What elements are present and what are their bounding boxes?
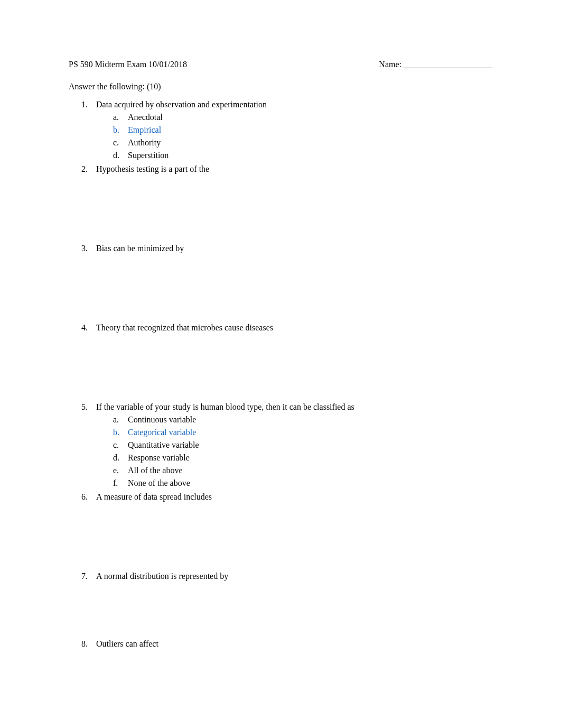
question-number: 5. xyxy=(81,401,88,413)
question-number: 7. xyxy=(81,570,88,583)
question-6: 6. A measure of data spread includes xyxy=(96,491,492,503)
option-label: f. xyxy=(113,477,118,490)
option-label: b. xyxy=(113,124,119,136)
option-label: e. xyxy=(113,464,119,477)
question-text: Data acquired by observation and experim… xyxy=(96,100,267,109)
option-text: All of the above xyxy=(128,466,183,475)
option-c: c. Quantitative variable xyxy=(128,439,492,451)
question-2: 2. Hypothesis testing is a part of the xyxy=(96,163,492,176)
question-number: 3. xyxy=(81,242,88,255)
question-3: 3. Bias can be minimized by xyxy=(96,242,492,255)
option-b: b. Categorical variable xyxy=(128,426,492,439)
question-4: 4. Theory that recognized that microbes … xyxy=(96,321,492,334)
question-number: 6. xyxy=(81,491,88,503)
option-label: a. xyxy=(113,413,119,426)
option-b: b. Empirical xyxy=(128,124,492,136)
question-text: A normal distribution is represented by xyxy=(96,572,228,580)
question-text: A measure of data spread includes xyxy=(96,492,212,501)
option-a: a. Continuous variable xyxy=(128,413,492,426)
question-text: Bias can be minimized by xyxy=(96,244,184,253)
question-number: 1. xyxy=(81,98,88,111)
option-f: f. None of the above xyxy=(128,477,492,490)
option-text: Response variable xyxy=(128,453,190,462)
name-field-label: Name: _____________________ xyxy=(379,58,492,71)
exam-title-date: PS 590 Midterm Exam 10/01/2018 xyxy=(69,58,187,71)
option-text: Categorical variable xyxy=(128,428,196,437)
question-number: 4. xyxy=(81,321,88,334)
option-text: None of the above xyxy=(128,478,190,487)
option-label: c. xyxy=(113,439,119,451)
options-list: a. Anecdotal b. Empirical c. Authority d… xyxy=(96,111,492,162)
question-1: 1. Data acquired by observation and expe… xyxy=(96,98,492,162)
question-list: 1. Data acquired by observation and expe… xyxy=(69,98,492,650)
options-list: a. Continuous variable b. Categorical va… xyxy=(96,413,492,490)
option-text: Continuous variable xyxy=(128,415,196,424)
option-label: b. xyxy=(113,426,119,439)
question-5: 5. If the variable of your study is huma… xyxy=(96,401,492,490)
option-c: c. Authority xyxy=(128,136,492,149)
option-text: Empirical xyxy=(128,125,161,134)
option-a: a. Anecdotal xyxy=(128,111,492,124)
option-d: d. Superstition xyxy=(128,149,492,162)
option-label: a. xyxy=(113,111,119,124)
option-text: Quantitative variable xyxy=(128,440,199,449)
option-label: c. xyxy=(113,136,119,149)
question-text: If the variable of your study is human b… xyxy=(96,402,354,411)
option-text: Superstition xyxy=(128,151,169,160)
question-7: 7. A normal distribution is represented … xyxy=(96,570,492,583)
option-label: d. xyxy=(113,149,119,162)
question-8: 8. Outliers can affect xyxy=(96,638,492,650)
question-text: Theory that recognized that microbes cau… xyxy=(96,323,273,332)
question-text: Outliers can affect xyxy=(96,639,158,648)
question-number: 2. xyxy=(81,163,88,176)
question-number: 8. xyxy=(81,638,88,650)
option-text: Authority xyxy=(128,138,161,147)
option-label: d. xyxy=(113,451,119,464)
header-row: PS 590 Midterm Exam 10/01/2018 Name: ___… xyxy=(69,58,492,71)
option-text: Anecdotal xyxy=(128,113,163,122)
option-e: e. All of the above xyxy=(128,464,492,477)
instruction-text: Answer the following: (10) xyxy=(69,80,492,93)
question-text: Hypothesis testing is a part of the xyxy=(96,164,209,173)
option-d: d. Response variable xyxy=(128,451,492,464)
